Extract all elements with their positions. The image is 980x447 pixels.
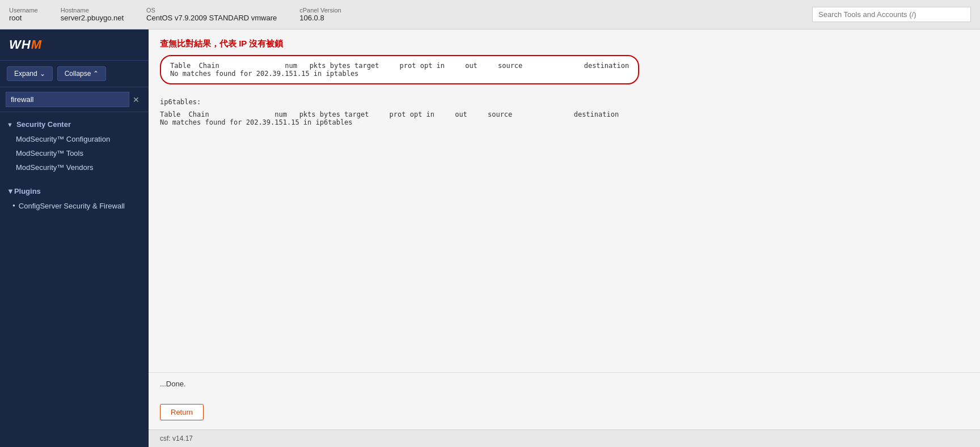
return-button[interactable]: Return: [160, 404, 204, 420]
sidebar-logo: WHM: [0, 29, 149, 61]
main-layout: WHM Expand ⌄ Collapse ⌃ ✕ ▼ Security Cen…: [0, 29, 980, 447]
collapse-button[interactable]: Collapse ⌃: [57, 66, 107, 81]
collapse-label: Collapse: [65, 70, 91, 78]
expand-button[interactable]: Expand ⌄: [7, 66, 53, 81]
plugins-label: Plugins: [14, 187, 41, 195]
plugins-section: ▼ Plugins ● ConfigServer Security & Fire…: [0, 179, 149, 218]
sidebar: WHM Expand ⌄ Collapse ⌃ ✕ ▼ Security Cen…: [0, 29, 149, 447]
clear-search-button[interactable]: ✕: [129, 94, 143, 105]
cpanel-label: cPanel Version: [299, 7, 341, 14]
ip6tables-label: ip6tables:: [160, 98, 969, 106]
footer-bar: csf: v14.17: [149, 429, 980, 447]
sidebar-nav: ▼ Security Center ModSecurity™ Configura…: [0, 112, 149, 179]
os-value: CentOS v7.9.2009 STANDARD vmware: [146, 14, 277, 22]
header-info-group: Username root Hostname server2.pbuygo.ne…: [9, 7, 341, 22]
expand-icon: ⌄: [40, 70, 45, 78]
iptables-result-box: Table Chain num pkts bytes target prot o…: [160, 55, 639, 84]
content-area: 查無比對結果，代表 IP 沒有被鎖 Table Chain num pkts b…: [149, 29, 980, 447]
modsecurity-tools-label: ModSecurity™ Tools: [16, 149, 83, 157]
sidebar-buttons: Expand ⌄ Collapse ⌃: [0, 61, 149, 87]
plugins-header[interactable]: ▼ Plugins: [0, 184, 149, 199]
csf-version: csf: v14.17: [160, 435, 193, 442]
sidebar-item-modsecurity-config[interactable]: ModSecurity™ Configuration: [0, 132, 149, 146]
modsecurity-config-label: ModSecurity™ Configuration: [16, 135, 110, 143]
ip6tables-header: Table Chain num pkts bytes target prot o…: [160, 110, 969, 118]
collapse-icon: ⌃: [93, 70, 99, 78]
security-center-label: Security Center: [16, 120, 71, 129]
bullet-icon: ●: [12, 203, 15, 208]
header-os: OS CentOS v7.9.2009 STANDARD vmware: [146, 7, 277, 22]
header-hostname: Hostname server2.pbuygo.net: [61, 7, 124, 22]
return-section: Return: [149, 395, 980, 429]
header-cpanel: cPanel Version 106.0.8: [299, 7, 341, 22]
search-input[interactable]: [812, 7, 971, 22]
sidebar-search-container: ✕: [0, 87, 149, 112]
cpanel-value: 106.0.8: [299, 14, 341, 22]
notice-text: 查無比對結果，代表 IP 沒有被鎖: [160, 39, 969, 49]
sidebar-item-csf[interactable]: ● ConfigServer Security & Firewall: [0, 199, 149, 213]
ip6tables-no-match: No matches found for 202.39.151.15 in ip…: [160, 118, 969, 126]
csf-label: ConfigServer Security & Firewall: [19, 202, 125, 210]
header-username: Username root: [9, 7, 38, 22]
username-label: Username: [9, 7, 38, 14]
ip6tables-section: ip6tables: Table Chain num pkts bytes ta…: [160, 98, 969, 126]
expand-label: Expand: [14, 70, 37, 78]
iptables-no-match: No matches found for 202.39.151.15 in ip…: [170, 70, 629, 78]
content-inner: 查無比對結果，代表 IP 沒有被鎖 Table Chain num pkts b…: [149, 29, 980, 372]
chevron-down-icon-plugins: ▼: [7, 187, 14, 195]
done-text: ...Done.: [149, 372, 980, 395]
hostname-label: Hostname: [61, 7, 124, 14]
header-search[interactable]: [812, 7, 971, 22]
whm-logo: WHM: [9, 37, 140, 52]
modsecurity-vendors-label: ModSecurity™ Vendors: [16, 163, 94, 172]
os-label: OS: [146, 7, 277, 14]
sidebar-item-modsecurity-tools[interactable]: ModSecurity™ Tools: [0, 146, 149, 160]
iptables-header: Table Chain num pkts bytes target prot o…: [170, 62, 629, 70]
chevron-down-icon: ▼: [7, 121, 13, 128]
sidebar-search-input[interactable]: [6, 92, 129, 107]
security-center-header[interactable]: ▼ Security Center: [0, 117, 149, 132]
hostname-value: server2.pbuygo.net: [61, 14, 124, 22]
sidebar-item-modsecurity-vendors[interactable]: ModSecurity™ Vendors: [0, 160, 149, 174]
username-value: root: [9, 14, 38, 22]
top-header: Username root Hostname server2.pbuygo.ne…: [0, 0, 980, 29]
